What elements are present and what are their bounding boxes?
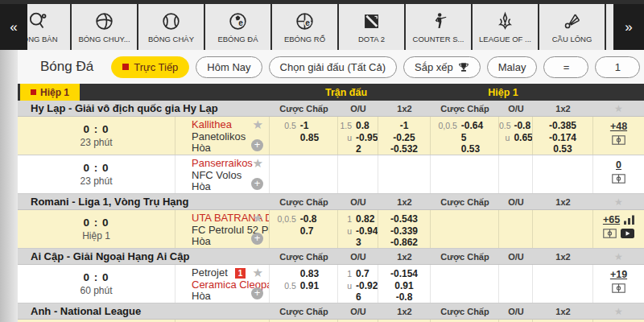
field-icon[interactable] [603, 229, 617, 238]
nav-tab-counter-strike[interactable]: COUNTER S... [406, 4, 471, 50]
handicap-line [431, 132, 461, 144]
nav-tab-ebong-ro[interactable]: eEBÓNG RỔ [272, 4, 337, 50]
star-icon[interactable]: ★ [593, 103, 644, 114]
odds-cell-handicap-h1 [431, 155, 499, 193]
column-header: Cược Chấp [270, 252, 338, 262]
odds-value[interactable]: -0.862 [378, 237, 430, 248]
odds-value[interactable]: -0.532 [378, 143, 430, 155]
match-score: 0 : 0 [83, 162, 109, 174]
nav-tab-ebong-da[interactable]: eEBÓNG ĐÁ [205, 4, 270, 50]
score-cell: 0 : 060 phút [18, 265, 175, 303]
odds-value[interactable]: 0.8 [356, 120, 378, 132]
odds-value[interactable]: 0.91 [378, 280, 430, 292]
score-cell: 0 : 023 phút [18, 117, 175, 155]
tab-hiep-1[interactable]: Hiệp 1 [20, 84, 80, 101]
expand-plus-icon[interactable]: + [251, 139, 263, 151]
odds-value[interactable]: 0.53 [461, 143, 498, 155]
column-header: O/U [338, 197, 378, 207]
filter-pill-sap-xep[interactable]: Sắp xếp [403, 56, 481, 78]
field-icon[interactable] [612, 283, 625, 293]
nav-tab-dota-2[interactable]: DOTA 2 [339, 4, 404, 50]
filter-pill-equals[interactable]: = [543, 56, 588, 78]
period-column-group-header: Hiệp 1 [488, 87, 518, 98]
odds-value[interactable]: 2 [356, 143, 378, 155]
filter-pill-chon-giai-dau[interactable]: Chọn giải đấu (Tất Cả) [269, 56, 398, 78]
match-row: 0 : 023 phútPanserraikosNFC VolosHòa★+0 [18, 155, 644, 194]
nav-tab-bong-chuyen[interactable]: BÓNG CHUY... [72, 4, 137, 50]
nav-tab-bong-chay[interactable]: BÓNG CHÀY [138, 4, 204, 50]
odds-cell-over-under-match: 10.82u-0.943 [338, 210, 378, 248]
odds-value[interactable]: -0.94 [356, 225, 378, 237]
odds-value[interactable]: 0.85 [300, 132, 337, 144]
play-icon[interactable] [621, 229, 634, 238]
league-header: Hy Lạp - Giải vô địch quốc gia Hy LạpCượ… [18, 101, 644, 117]
odds-value[interactable]: -0.385 [533, 120, 592, 132]
field-icon[interactable] [612, 135, 625, 145]
odds-value[interactable]: -0.8 [378, 291, 430, 303]
odds-value[interactable]: -0.339 [378, 225, 430, 237]
odds-cell-handicap-match [270, 155, 338, 193]
odds-value[interactable]: -0.154 [378, 268, 430, 280]
favorite-star-icon[interactable]: ★ [253, 157, 263, 169]
nav-tab-league-of-legends[interactable]: LEAGUE OF ... [473, 4, 538, 50]
star-icon[interactable]: ★ [593, 196, 644, 208]
odds-value[interactable]: 5 [461, 132, 498, 144]
odds-value[interactable]: 0.7 [356, 268, 378, 280]
filter-pill-malay[interactable]: Malay [487, 56, 538, 78]
match-score: 0 : 0 [83, 123, 109, 135]
lol-icon [494, 10, 516, 32]
more-bets-link[interactable]: +65 [603, 214, 620, 225]
odds-value[interactable]: -0.92 [356, 280, 378, 292]
odds-value[interactable]: 0.65 [514, 132, 532, 144]
odds-value[interactable]: -0.174 [533, 132, 592, 144]
expand-plus-icon[interactable]: + [251, 233, 263, 245]
more-bets-link[interactable]: 0 [616, 159, 621, 171]
odds-value[interactable]: 6 [356, 291, 378, 303]
nav-tab-label: COUNTER S... [413, 35, 464, 43]
filter-pill-hom-nay[interactable]: Hôm Nay [196, 56, 262, 78]
odds-value[interactable]: 0.82 [356, 213, 378, 225]
odds-value[interactable]: -0.95 [356, 132, 378, 144]
more-bets-link[interactable]: +48 [610, 121, 627, 132]
odds-value[interactable]: -0.543 [378, 213, 430, 225]
star-icon[interactable]: ★ [593, 251, 644, 262]
nav-tab-cau-long[interactable]: CẦU LÔNG [539, 4, 605, 50]
expand-plus-icon[interactable]: + [251, 287, 263, 299]
sport-tabs: BÓNG BÀNBÓNG CHUY...BÓNG CHÀYeEBÓNG ĐÁeE… [5, 4, 644, 50]
favorite-star-icon[interactable]: ★ [253, 212, 263, 224]
field-icon[interactable] [612, 174, 625, 184]
nav-scroll-left-button[interactable]: « [0, 4, 27, 50]
chart-icon[interactable] [624, 215, 634, 225]
favorite-star-icon[interactable]: ★ [253, 118, 263, 130]
odds-value[interactable]: 3 [356, 237, 378, 248]
column-header: 1x2 [533, 197, 593, 207]
more-bets-link[interactable]: +19 [610, 269, 627, 280]
odds-value[interactable]: 0.91 [300, 280, 337, 292]
odds-value[interactable]: -1 [378, 120, 430, 132]
filter-pill-truc-tiep[interactable]: Trực Tiếp [111, 56, 189, 78]
table-tennis-icon [27, 10, 48, 32]
odds-line: 0.7 [270, 225, 337, 237]
odds-value[interactable]: -0.8 [514, 120, 532, 132]
odds-value[interactable]: -1 [300, 120, 337, 132]
odds-value[interactable]: -0.25 [378, 132, 430, 144]
odds-line: u-0.92 [338, 280, 378, 292]
odds-value[interactable]: -0.64 [461, 120, 498, 132]
odds-value[interactable]: 0.7 [300, 225, 337, 237]
handicap-line: 0.5 [270, 120, 300, 132]
odds-value[interactable]: 0.53 [533, 143, 592, 155]
expand-plus-icon[interactable]: + [251, 178, 263, 190]
column-header: 1x2 [533, 307, 593, 316]
star-icon[interactable]: ★ [593, 306, 644, 317]
odds-line: 2 [338, 143, 378, 155]
handicap-line [270, 132, 300, 144]
handicap-line [338, 143, 356, 155]
odds-value[interactable]: -0.8 [300, 213, 337, 225]
nav-scroll-right-button[interactable]: » [613, 4, 644, 50]
red-card-badge: 1 [235, 268, 246, 279]
odds-line: 6 [338, 291, 378, 303]
filter-pill-one[interactable]: 1 [595, 56, 640, 78]
odds-value[interactable]: 0.83 [300, 268, 337, 280]
score-cell: 0 : 0Hiệp 1 [18, 210, 175, 248]
favorite-star-icon[interactable]: ★ [253, 266, 263, 279]
